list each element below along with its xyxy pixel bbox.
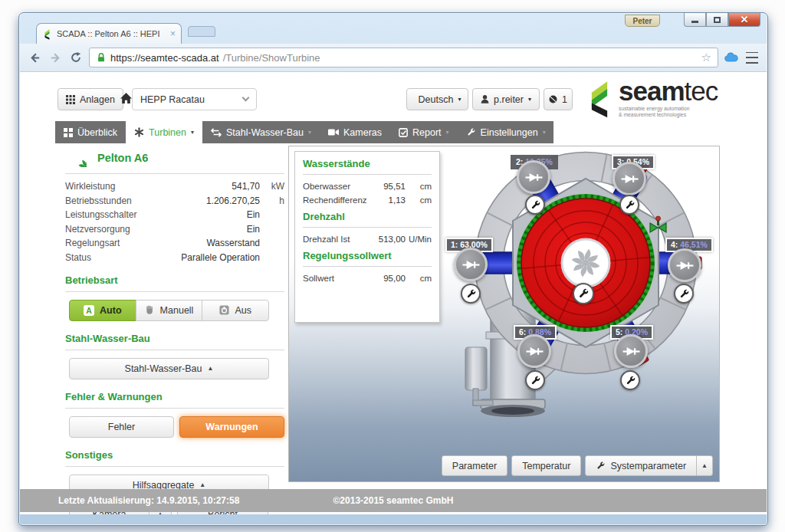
tab-close-icon[interactable]: × <box>170 29 176 38</box>
cloud-sync-icon[interactable] <box>724 50 739 65</box>
runner-settings-button[interactable] <box>573 283 594 304</box>
caret-down-icon: ▾ <box>191 129 194 136</box>
url-path: /Turbine/ShowTurbine <box>223 52 320 64</box>
betriebsart-group: A Auto Manuell <box>69 300 269 321</box>
mode-aus-button[interactable]: Aus <box>202 300 269 321</box>
fehler-warnungen-heading: Fehler & Warnungen <box>65 391 284 409</box>
browser-tab[interactable]: SCADA :: Pelton A6 :: HEPI × <box>36 23 182 44</box>
info-unit <box>260 238 284 248</box>
wrench-icon <box>678 288 690 300</box>
tab-label: Stahl-Wasser-Bau <box>226 127 304 138</box>
nozzle-3-settings-button[interactable] <box>619 195 639 215</box>
turbine-asterisk-icon <box>134 127 144 137</box>
nozzle-2-button[interactable] <box>517 160 550 194</box>
temperatur-button[interactable]: Temperatur <box>511 455 581 476</box>
reload-button[interactable] <box>68 50 84 65</box>
drehzahl-grid: Drehzahl Ist513,00U/Min <box>303 235 432 244</box>
tab-label: Überblick <box>77 127 117 138</box>
alarm-count: 1 <box>562 94 567 105</box>
mode-manuell-button[interactable]: Manuell <box>136 300 203 321</box>
info-unit <box>260 209 284 220</box>
nozzle-6-button[interactable] <box>517 334 551 368</box>
wrench-icon <box>577 287 590 300</box>
browser-profile-button[interactable]: Peter <box>625 15 660 27</box>
anlagen-button[interactable]: Anlagen <box>57 88 123 110</box>
caret-down-icon: ▾ <box>446 129 449 136</box>
hand-icon <box>145 305 155 315</box>
tab-ueberblick[interactable]: Überblick <box>55 121 126 143</box>
mode-auto-button[interactable]: A Auto <box>69 300 136 321</box>
meas-label: Drehzahl Ist <box>303 235 369 244</box>
info-unit <box>260 252 284 263</box>
tab-kameras[interactable]: Kameras <box>320 121 390 143</box>
nozzle-3-button[interactable] <box>613 162 646 195</box>
user-button[interactable]: p.reiter ▾ <box>472 88 540 110</box>
bookmark-star-icon[interactable]: ☆ <box>701 51 711 64</box>
wasserstaende-heading: Wasserstände <box>303 158 432 175</box>
info-value: Parallele Operation <box>174 252 260 263</box>
wrench-icon <box>530 199 541 211</box>
home-icon <box>120 92 133 105</box>
minimize-button[interactable] <box>684 13 706 27</box>
address-bar[interactable]: https://seamtec-scada.at/Turbine/ShowTur… <box>89 48 718 67</box>
auto-icon: A <box>84 305 94 316</box>
camera-icon <box>328 128 339 136</box>
wrench-icon <box>530 375 541 386</box>
language-button[interactable]: Deutsch ▾ <box>406 88 468 110</box>
tab-einstellungen[interactable]: Einstellungen ▾ <box>458 121 554 143</box>
systemparameter-button[interactable]: Systemparameter <box>585 455 697 476</box>
nozzle-4-button[interactable] <box>668 248 701 282</box>
tab-turbinen[interactable]: Turbinen ▾ <box>126 121 202 143</box>
tab-report[interactable]: Report ▾ <box>390 121 458 143</box>
alarm-count-button[interactable]: 1 <box>544 88 573 110</box>
info-unit <box>260 224 284 235</box>
turbine-title-row: Pelton A6 <box>65 149 284 174</box>
regelungssollwert-heading: Regelungssollwert <box>303 250 432 267</box>
scada-app: Anlagen HEPP Racatau Deutsch ▾ p.re <box>46 72 739 514</box>
nozzle-icon <box>461 255 481 275</box>
nozzle-2-settings-button[interactable] <box>525 195 545 215</box>
parameter-button[interactable]: Parameter <box>442 455 507 476</box>
close-button[interactable]: ✕ <box>728 13 760 27</box>
meas-unit: U/Min <box>406 235 432 244</box>
nozzle-icon <box>619 169 640 189</box>
info-label: Status <box>65 252 174 263</box>
caret-up-icon: ▲ <box>701 462 708 469</box>
globe-icon <box>549 94 557 104</box>
https-lock-icon <box>96 52 107 63</box>
nozzle-icon <box>675 255 695 276</box>
fehler-button[interactable]: Fehler <box>69 416 174 438</box>
systemparameter-dropdown-button[interactable]: ▲ <box>696 455 713 476</box>
info-label: Netzversorgung <box>65 224 174 235</box>
seamtec-favicon <box>42 28 52 40</box>
nozzle-1-settings-button[interactable] <box>461 284 481 304</box>
back-button[interactable] <box>27 50 42 65</box>
sollwert-grid: Sollwert95,00cm <box>303 274 432 283</box>
logo-tagline-1: sustainable energy automation <box>619 106 718 112</box>
caret-up-icon: ▲ <box>208 365 214 372</box>
wrench-icon <box>625 375 636 386</box>
turbine-info-grid: Wirkleistung541,70kW Betriebsstunden1.20… <box>65 181 284 263</box>
meas-unit: cm <box>406 182 432 191</box>
plant-select-value: HEPP Racatau <box>140 94 205 105</box>
window-controls: ✕ <box>684 13 760 27</box>
new-tab-button[interactable] <box>188 26 215 37</box>
browser-menu-icon[interactable] <box>744 50 760 65</box>
nozzle-1-button[interactable] <box>454 248 488 281</box>
nozzle-4-settings-button[interactable] <box>674 284 694 304</box>
nozzle-5-settings-button[interactable] <box>620 370 640 390</box>
nozzle-6-settings-button[interactable] <box>525 370 545 390</box>
anlagen-label: Anlagen <box>80 94 115 105</box>
tab-stahl-wasser-bau[interactable]: Stahl-Wasser-Bau ▾ <box>202 121 320 143</box>
forward-button[interactable] <box>48 50 63 65</box>
maximize-button[interactable] <box>706 13 728 27</box>
nozzle-5-button[interactable] <box>614 334 648 368</box>
plant-select[interactable]: HEPP Racatau <box>132 88 257 110</box>
seamtec-logo-icon <box>586 78 613 118</box>
stahl-wasser-bau-button[interactable]: Stahl-Wasser-Bau ▲ <box>69 358 269 379</box>
tab-title: SCADA :: Pelton A6 :: HEPI <box>57 29 166 38</box>
main-nav: Überblick Turbinen ▾ <box>55 121 553 143</box>
warnungen-button[interactable]: Warnungen <box>179 416 284 438</box>
turbine-diagram-panel: Wasserstände Oberwasser95,51cm Rechendif… <box>288 146 720 482</box>
nozzle-icon <box>524 341 545 362</box>
